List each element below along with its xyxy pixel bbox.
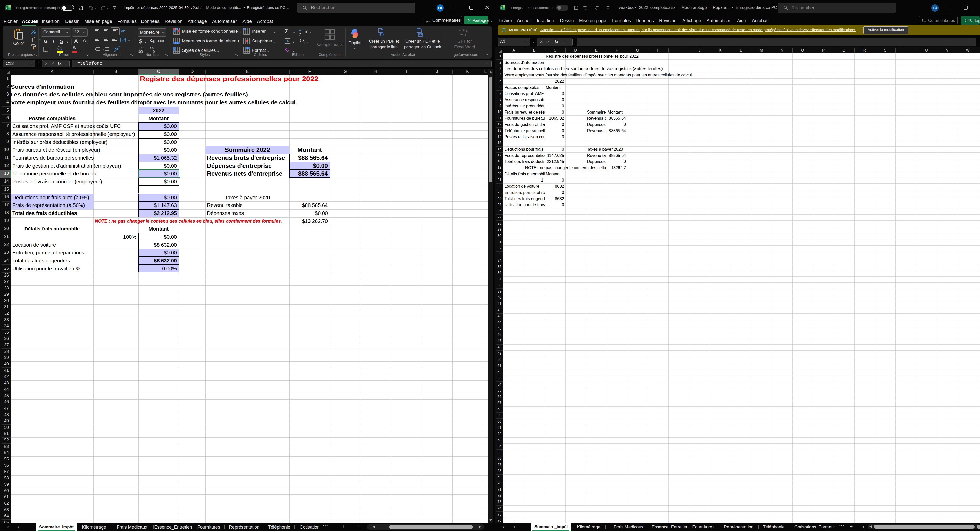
svg-text:x: x (501, 6, 502, 9)
svg-text:x: x (6, 7, 8, 10)
